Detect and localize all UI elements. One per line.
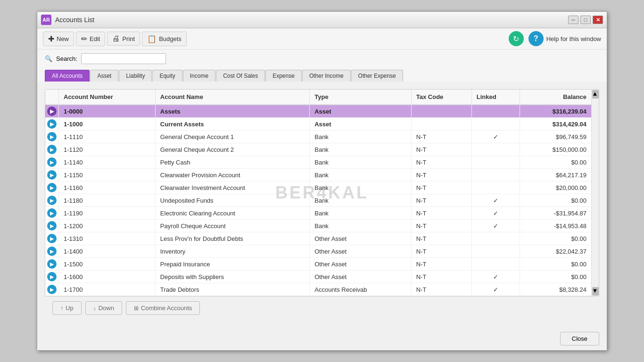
account-number: 1-1310 xyxy=(59,232,156,245)
budgets-label: Budgets xyxy=(159,35,182,42)
nav-arrow[interactable]: ▶ xyxy=(47,132,57,141)
tab-all-accounts[interactable]: All Accounts xyxy=(45,70,90,82)
scrollbar-up[interactable]: ▲ xyxy=(592,90,599,99)
table-row[interactable]: ▶1-1600Deposits with SuppliersOther Asse… xyxy=(45,271,591,283)
account-tax-code: N-T xyxy=(411,143,471,156)
print-button[interactable]: 🖨 Print xyxy=(107,32,140,46)
account-number: 1-1190 xyxy=(59,207,156,220)
account-name: Payroll Cheque Account xyxy=(155,220,309,232)
nav-arrow[interactable]: ▶ xyxy=(47,234,57,243)
account-name: Clearwater Provision Account xyxy=(155,169,309,181)
minimize-button[interactable]: ─ xyxy=(568,16,578,24)
nav-arrow[interactable]: ▶ xyxy=(47,285,57,294)
table-row[interactable]: ▶1-1190Electronic Clearing AccountBankN-… xyxy=(45,207,591,220)
tab-liability[interactable]: Liability xyxy=(119,70,152,82)
budgets-button[interactable]: 📋 Budgets xyxy=(142,32,187,46)
down-button[interactable]: ↓ Down xyxy=(85,301,122,315)
table-row[interactable]: ▶1-1120General Cheque Account 2BankN-T$1… xyxy=(45,143,591,156)
account-linked xyxy=(471,181,520,194)
maximize-button[interactable]: □ xyxy=(580,16,591,24)
tab-equity[interactable]: Equity xyxy=(152,70,182,82)
nav-arrow[interactable]: ▶ xyxy=(47,119,57,129)
new-button[interactable]: ✚ New xyxy=(43,32,74,46)
table-row[interactable]: ▶1-1180Undeposited FundsBankN-T✓$0.00 xyxy=(45,194,591,207)
account-tax-code: N-T xyxy=(411,131,471,143)
nav-arrow[interactable]: ▶ xyxy=(47,272,57,281)
up-button[interactable]: ↑ Up xyxy=(52,301,82,315)
nav-arrow[interactable]: ▶ xyxy=(47,170,57,180)
nav-arrow[interactable]: ▶ xyxy=(47,196,57,205)
close-button[interactable]: Close xyxy=(560,332,599,346)
table-row[interactable]: ▶1-1500Prepaid InsuranceOther AssetN-T$0… xyxy=(45,258,591,271)
nav-arrow[interactable]: ▶ xyxy=(47,247,57,256)
table-row[interactable]: ▶1-1150Clearwater Provision AccountBankN… xyxy=(45,169,591,181)
table-row[interactable]: ▶1-1700Trade DebtorsAccounts ReceivabN-T… xyxy=(45,283,591,296)
account-balance: $96,749.59 xyxy=(520,131,591,143)
close-window-button[interactable]: ✕ xyxy=(593,16,603,24)
nav-arrow[interactable]: ▶ xyxy=(47,208,57,218)
search-input[interactable] xyxy=(81,53,166,64)
account-tax-code: N-T xyxy=(411,283,471,296)
account-balance: $22,042.37 xyxy=(520,245,591,258)
table-container: BER4KAL Account Number Account Name Type… xyxy=(45,89,599,296)
refresh-button[interactable]: ↻ xyxy=(509,31,524,46)
tab-expense[interactable]: Expense xyxy=(265,70,302,82)
account-number: 1-1200 xyxy=(59,220,156,232)
account-linked xyxy=(471,118,520,131)
help-label: Help for this window xyxy=(546,35,601,42)
table-row[interactable]: ▶1-1310Less Prov'n for Doubtful DebtsOth… xyxy=(45,232,591,245)
help-button[interactable]: ? Help for this window xyxy=(528,31,601,46)
nav-arrow[interactable]: ▶ xyxy=(47,145,57,154)
account-balance: $0.00 xyxy=(520,156,591,169)
account-number: 1-1140 xyxy=(59,156,156,169)
new-icon: ✚ xyxy=(48,34,54,43)
table-row[interactable]: ▶1-1160Clearwater Investment AccountBank… xyxy=(45,181,591,194)
account-number: 1-1150 xyxy=(59,169,156,181)
account-linked: ✓ xyxy=(471,207,520,220)
account-number: 1-1700 xyxy=(59,283,156,296)
help-icon: ? xyxy=(528,31,544,46)
table-row[interactable]: ▶1-0000AssetsAsset$316,239.04 xyxy=(45,105,591,118)
table-row[interactable]: ▶1-1200Payroll Cheque AccountBankN-T✓-$1… xyxy=(45,220,591,232)
edit-label: Edit xyxy=(90,35,100,42)
tab-asset[interactable]: Asset xyxy=(90,70,118,82)
tab-income[interactable]: Income xyxy=(183,70,215,82)
table-row[interactable]: ▶1-1140Petty CashBankN-T$0.00 xyxy=(45,156,591,169)
nav-arrow[interactable]: ▶ xyxy=(47,157,57,167)
combine-label: Combine Accounts xyxy=(141,304,192,312)
budgets-icon: 📋 xyxy=(147,34,157,43)
nav-arrow[interactable]: ▶ xyxy=(47,221,57,230)
nav-arrow[interactable]: ▶ xyxy=(47,259,57,269)
toolbar-left: ✚ New ✏ Edit 🖨 Print 📋 Budgets xyxy=(43,32,187,46)
combine-accounts-button[interactable]: ⊞ Combine Accounts xyxy=(126,301,200,315)
account-linked: ✓ xyxy=(471,131,520,143)
col-linked: Linked xyxy=(471,90,520,105)
table-row[interactable]: ▶1-1110General Cheque Account 1BankN-T✓$… xyxy=(45,131,591,143)
table-row[interactable]: ▶1-1000Current AssetsAsset$314,429.04 xyxy=(45,118,591,131)
nav-arrow[interactable]: ▶ xyxy=(47,107,57,116)
tab-other-expense[interactable]: Other Expense xyxy=(351,70,403,82)
account-name: Prepaid Insurance xyxy=(155,258,309,271)
edit-button[interactable]: ✏ Edit xyxy=(76,32,105,46)
tab-cost-of-sales[interactable]: Cost Of Sales xyxy=(216,70,265,82)
account-linked xyxy=(471,232,520,245)
account-type: Bank xyxy=(310,220,412,232)
combine-icon: ⊞ xyxy=(134,305,139,312)
up-icon: ↑ xyxy=(60,305,63,312)
nav-arrow[interactable]: ▶ xyxy=(47,183,57,192)
account-linked xyxy=(471,245,520,258)
table-row[interactable]: ▶1-1400InventoryOther AssetN-T$22,042.37 xyxy=(45,245,591,258)
col-tax-code: Tax Code xyxy=(411,90,471,105)
account-tax-code xyxy=(411,105,471,118)
account-name: Petty Cash xyxy=(155,156,309,169)
scrollbar-down[interactable]: ▼ xyxy=(592,287,599,296)
account-tax-code: N-T xyxy=(411,169,471,181)
account-name: General Cheque Account 2 xyxy=(155,143,309,156)
account-tax-code: N-T xyxy=(411,194,471,207)
account-name: Trade Debtors xyxy=(155,283,309,296)
account-number: 1-1180 xyxy=(59,194,156,207)
account-balance: $20,000.00 xyxy=(520,181,591,194)
col-nav xyxy=(45,90,59,105)
tab-other-income[interactable]: Other Income xyxy=(302,70,351,82)
account-tax-code: N-T xyxy=(411,181,471,194)
